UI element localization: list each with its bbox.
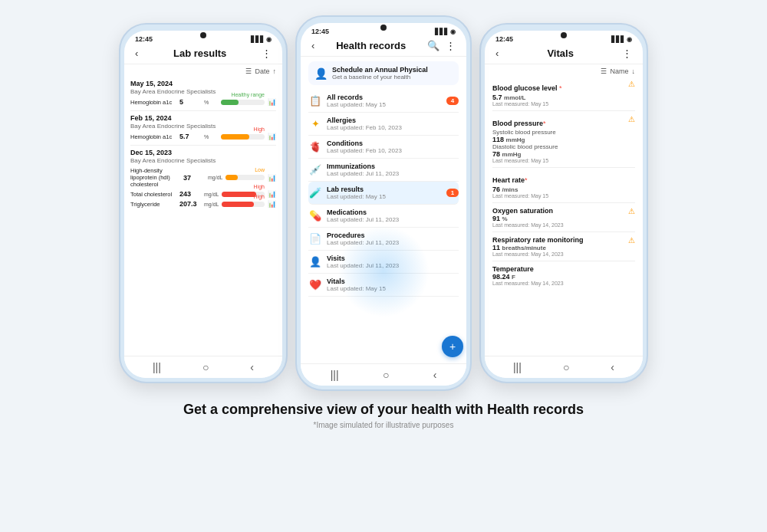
vital-bp-systolic-label: Systolic blood pressure [492,129,625,136]
vitals-sort-icon[interactable]: ↓ [632,67,636,75]
caption-section: Get a comprehensive view of your health … [168,402,599,429]
lab-section-1: May 15, 2024 Bay Area Endocrine Speciali… [130,80,276,106]
lab-high-label-3-3: High [254,194,265,199]
all-records-name: All records [327,94,442,101]
vital-blood-glucose-info: Blood glucose level * 5.7 mmol/L Last me… [492,80,625,107]
lab-value-3-3: 207.3 [179,200,201,208]
phone3-wrapper: 12:45 ▋▋▋ ◉ ‹ Vitals ⋮ ☰ Name ↓ [479,23,648,383]
phone2-nav-home[interactable]: ○ [383,369,389,381]
phone2-content: 👤 Schedule an Annual Physical Get a base… [301,57,466,363]
lab-section-2: Feb 15, 2024 Bay Area Endocrine Speciali… [130,114,276,140]
record-conditions[interactable]: 🫀 Conditions Last updated: Feb 10, 2023 [308,136,459,159]
lab-section-3: Dec 15, 2023 Bay Area Endocrine Speciali… [130,149,276,208]
phone3-nav-back[interactable]: ‹ [611,361,614,373]
lab-filter-label[interactable]: Date [255,67,269,75]
vital-blood-pressure-info: Blood pressure* Systolic blood pressure … [492,115,625,163]
phone2-fab[interactable]: + [442,336,463,357]
lab-results-icon: 🧪 [308,187,322,199]
vital-blood-glucose[interactable]: Blood glucose level * 5.7 mmol/L Last me… [492,80,635,111]
lab-bar-fill-2-1 [221,134,249,140]
phone1-nav-home[interactable]: ○ [202,361,209,373]
lab-item-1-1: Hemoglobin a1c 5 % Healthy range 📊 [130,98,276,106]
phone3-back-button[interactable]: ‹ [495,48,499,59]
medications-name: Medications [327,209,459,216]
phone1-back-button[interactable]: ‹ [135,48,138,59]
conditions-icon: 🫀 [308,141,322,153]
vital-blood-pressure[interactable]: Blood pressure* Systolic blood pressure … [492,115,635,168]
lab-name-3-2: Total cholesterol [130,191,176,198]
phone3-screen: 12:45 ▋▋▋ ◉ ‹ Vitals ⋮ ☰ Name ↓ [485,31,643,378]
vital-respiratory[interactable]: Respiratory rate monitoring 11 breaths/m… [492,236,635,261]
phone3-nav-lines[interactable]: ||| [513,361,522,373]
phone2-nav-back[interactable]: ‹ [433,369,437,381]
lab-bar-1-1: Healthy range [221,100,265,105]
vitals-updated: Last updated: May 15 [327,285,459,292]
lab-chart-1-1[interactable]: 📊 [268,98,276,106]
procedures-updated: Last updated: Jul 11, 2023 [327,239,459,246]
lab-value-3-2: 243 [179,190,201,198]
phone3-nav-home[interactable]: ○ [563,361,569,373]
phone1-bottom-nav: ||| ○ ‹ [124,356,282,378]
allergies-text: Allergies Last updated: Feb 10, 2023 [327,117,459,131]
phone1-title: Lab results [173,48,226,59]
vitals-filter-label[interactable]: Name [610,67,628,75]
vital-oxygen[interactable]: Oxygen saturation 91 % Last measured: Ma… [492,207,635,232]
lab-item-3-3: Triglyceride 207.3 mg/dL High 📊 [130,200,276,208]
lab-clinic-3: Bay Area Endocrine Specialists [130,157,276,164]
lab-bar-fill-3-1 [225,175,237,180]
record-procedures[interactable]: 📄 Procedures Last updated: Jul 11, 2023 [308,228,459,251]
vital-bp-systolic-value: 118 mmHg [492,136,625,143]
lab-chart-3-1[interactable]: 📊 [268,174,276,182]
all-records-badge: 4 [446,97,459,105]
vital-respiratory-info: Respiratory rate monitoring 11 breaths/m… [492,236,625,257]
phone1-nav-back[interactable]: ‹ [250,361,254,373]
phone2-back-button[interactable]: ‹ [311,40,314,51]
procedures-text: Procedures Last updated: Jul 11, 2023 [327,232,459,246]
vital-temperature-value: 98.24 F [492,273,635,281]
medications-icon: 💊 [308,210,322,222]
phone3-title: Vitals [547,48,573,59]
phone3-more-icon[interactable]: ⋮ [622,48,632,59]
vital-heart-rate[interactable]: Heart rate* 76 /mins Last measured: May … [492,172,635,203]
phone1-nav-lines[interactable]: ||| [153,361,161,373]
record-allergies[interactable]: ✦ Allergies Last updated: Feb 10, 2023 [308,113,459,136]
phone2-search-icon[interactable]: 🔍 [427,40,439,51]
phone2-nav-lines[interactable]: ||| [331,369,339,381]
lab-chart-2-1[interactable]: 📊 [268,133,276,140]
phone2: 12:45 ▋▋▋ ◉ ‹ Health records 🔍 ⋮ 👤 S [295,15,472,391]
record-immunizations[interactable]: 💉 Immunizations Last updated: Jul 11, 20… [308,159,459,182]
allergies-icon: ✦ [308,118,322,130]
vital-blood-pressure-warn: ⚠ [628,115,635,123]
health-banner-subtitle: Get a baseline of your health [332,74,428,80]
record-all-records[interactable]: 📋 All records Last updated: May 15 4 [308,90,459,113]
immunizations-name: Immunizations [327,163,459,170]
vital-oxygen-name: Oxygen saturation [492,207,625,215]
lab-bar-fill-3-3 [222,202,254,207]
lab-results-text: Lab results Last updated: May 15 [327,186,442,200]
lab-filter-row: ☰ Date ↑ [130,67,276,75]
record-vitals[interactable]: ❤️ Vitals Last updated: May 15 [308,274,459,297]
procedures-name: Procedures [327,232,459,239]
lab-chart-3-2[interactable]: 📊 [268,190,276,198]
vital-oxygen-warn: ⚠ [628,207,635,215]
phone2-nav-icons: 🔍 ⋮ [427,40,456,51]
phone1-camera [200,32,206,38]
all-records-updated: Last updated: May 15 [327,101,442,108]
vital-heart-rate-date: Last measured: May 15 [492,193,635,199]
record-visits[interactable]: 👤 Visits Last updated: Jul 11, 2023 [308,251,459,274]
phone1-screen: 12:45 ▋▋▋ ◉ ‹ Lab results ⋮ ☰ Date ↑ [124,31,282,378]
phone1-time: 12:45 [135,35,153,43]
record-medications[interactable]: 💊 Medications Last updated: Jul 11, 2023 [308,205,459,228]
lab-chart-3-3[interactable]: 📊 [268,200,276,208]
phone1-more-icon[interactable]: ⋮ [262,48,272,59]
vital-blood-glucose-name: Blood glucose level * [492,80,625,94]
record-lab-results[interactable]: 🧪 Lab results Last updated: May 15 1 [308,182,459,205]
vitals-filter-row: ☰ Name ↓ [492,67,635,75]
lab-sort-icon[interactable]: ↑ [273,67,277,75]
phone2-more-icon[interactable]: ⋮ [446,40,456,51]
vital-blood-glucose-warn: ⚠ [628,80,635,88]
lab-unit-1-1: % [204,100,218,105]
phone1-wrapper: 12:45 ▋▋▋ ◉ ‹ Lab results ⋮ ☰ Date ↑ [119,23,288,383]
vital-respiratory-warn: ⚠ [628,236,635,245]
vital-temperature[interactable]: Temperature 98.24 F Last measured: May 1… [492,265,635,290]
